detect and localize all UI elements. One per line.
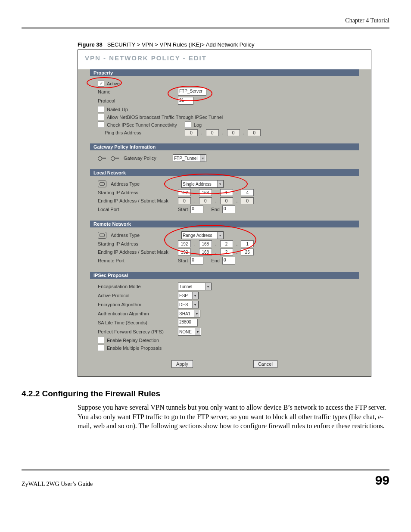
remote-port-start-label: Start: [178, 258, 188, 263]
activeproto-label: Active Protocol: [98, 293, 175, 298]
auth-select[interactable]: SHA1: [178, 310, 200, 317]
netbios-label: Allow NetBIOS broadcast Traffic Through …: [107, 115, 223, 120]
property-section: ✓ Active Name FTP_Server Protocol 21 Nai…: [90, 76, 359, 141]
log-label: Log: [194, 122, 202, 128]
remote-start-label: Starting IP Address: [98, 241, 175, 246]
local-end-ip-1[interactable]: 0: [178, 197, 191, 204]
remote-end-ip-2[interactable]: 168: [199, 249, 212, 255]
figure-label: Figure 38: [78, 41, 103, 48]
local-addrtype-select[interactable]: Single Address: [181, 180, 224, 188]
local-start-ip-2[interactable]: 168: [199, 189, 212, 196]
activeproto-select[interactable]: ESP: [178, 292, 199, 299]
page-footer: ZyWALL 2WG User’s Guide 99: [22, 470, 389, 488]
network-icon: [98, 232, 106, 239]
netbios-checkbox[interactable]: [98, 114, 104, 120]
remote-addrtype-label: Address Type: [111, 233, 179, 238]
remote-port-start-input[interactable]: 0: [190, 257, 203, 264]
pfs-label: Perfect Forward Secrecy (PFS): [98, 329, 175, 334]
log-checkbox[interactable]: [185, 121, 191, 128]
footer-page-number: 99: [375, 473, 389, 488]
remote-start-ip-1[interactable]: 192: [178, 240, 191, 247]
remote-start-ip-4[interactable]: 1: [241, 240, 254, 247]
protocol-label: Protocol: [98, 98, 175, 103]
auth-label: Authentication Algorithm: [98, 311, 175, 316]
remote-port-label: Remote Port: [98, 258, 175, 263]
cancel-button[interactable]: Cancel: [253, 360, 277, 368]
multi-checkbox[interactable]: [98, 345, 104, 351]
section-heading: 4.2.2 Configuring the Firewall Rules: [22, 389, 389, 398]
local-end-ip-4[interactable]: 0: [241, 197, 254, 204]
local-port-start-label: Start: [178, 207, 188, 212]
local-end-ip-2[interactable]: 0: [199, 197, 212, 204]
figure-caption: Figure 38 SECURITY > VPN > VPN Rules (IK…: [22, 41, 389, 48]
local-port-label: Local Port: [98, 207, 175, 212]
vpn-policy-screenshot: VPN - NETWORK POLICY - EDIT Property ✓ A…: [78, 50, 371, 377]
network-icon: [98, 180, 106, 187]
replay-checkbox[interactable]: [98, 337, 104, 343]
button-row: Apply Cancel: [90, 356, 359, 370]
name-label: Name: [98, 89, 175, 94]
remote-start-ip-3[interactable]: 2: [220, 240, 233, 247]
remote-addrtype-select[interactable]: Range Address: [181, 231, 224, 239]
apply-button[interactable]: Apply: [171, 360, 193, 368]
remote-section: Address Type Range Address Starting IP A…: [90, 227, 359, 269]
checkconn-label: Check IPSec Tunnel Connectivity: [107, 122, 177, 128]
name-input[interactable]: FTP_Server: [178, 88, 206, 96]
local-port-end-input[interactable]: 0: [222, 205, 235, 213]
header-rule: [22, 28, 389, 28]
ping-ip-3[interactable]: 0: [227, 129, 240, 136]
remote-end-label: Ending IP Address / Subnet Mask: [98, 249, 175, 255]
dialog-title: VPN - NETWORK POLICY - EDIT: [78, 50, 371, 67]
local-start-ip-3[interactable]: 1: [220, 189, 233, 196]
remote-start-ip-2[interactable]: 168: [199, 240, 212, 247]
remote-end-ip-1[interactable]: 192: [178, 249, 191, 255]
local-port-end-label: End: [211, 207, 220, 212]
key-icon: [111, 155, 120, 161]
gateway-section: Gateway Policy FTP_Tunnel: [90, 150, 359, 167]
section-paragraph: Suppose you have several VPN tunnels but…: [22, 403, 389, 431]
nailed-label: Nailed-Up: [107, 107, 128, 112]
ping-ip-4[interactable]: 0: [248, 129, 261, 136]
local-start-label: Starting IP Address: [98, 190, 175, 195]
ipsec-section: Encapsulation ModeTunnel Active Protocol…: [90, 279, 359, 356]
remote-port-end-label: End: [211, 258, 220, 263]
local-addrtype-label: Address Type: [111, 181, 179, 187]
remote-end-ip-3[interactable]: 2: [220, 249, 233, 255]
gateway-label: Gateway Policy: [124, 156, 170, 161]
nailed-checkbox[interactable]: [98, 106, 104, 112]
active-label: Active: [107, 81, 120, 86]
ping-label: Ping this Address: [98, 130, 182, 135]
encr-select[interactable]: DES: [178, 301, 199, 308]
section-bar-local: Local Network: [90, 169, 359, 176]
protocol-input[interactable]: 21: [178, 97, 193, 105]
ping-ip-2[interactable]: 0: [206, 129, 219, 136]
local-start-ip-1[interactable]: 192: [178, 189, 191, 196]
local-port-start-input[interactable]: 0: [190, 205, 203, 213]
salife-input[interactable]: 28800: [178, 319, 198, 327]
local-end-label: Ending IP Address / Subnet Mask: [98, 198, 175, 203]
remote-port-end-input[interactable]: 0: [222, 257, 235, 264]
checkconn-checkbox[interactable]: [98, 121, 104, 128]
local-start-ip-4[interactable]: 4: [241, 189, 254, 196]
gateway-select[interactable]: FTP_Tunnel: [173, 154, 206, 162]
footer-guide: ZyWALL 2WG User’s Guide: [22, 481, 93, 488]
section-bar-remote: Remote Network: [90, 221, 359, 227]
encr-label: Encryption Algorithm: [98, 302, 175, 307]
encap-select[interactable]: Tunnel: [178, 283, 212, 290]
section-bar-property: Property: [90, 69, 359, 76]
page-header: Chapter 4 Tutorial: [22, 17, 389, 24]
remote-end-ip-4[interactable]: 25: [241, 249, 254, 255]
key-icon: [98, 155, 107, 161]
local-end-ip-3[interactable]: 0: [220, 197, 233, 204]
figure-caption-text: SECURITY > VPN > VPN Rules (IKE)> Add Ne…: [107, 41, 255, 48]
local-section: Address Type Single Address Starting IP …: [90, 176, 359, 218]
section-bar-ipsec: IPSec Proposal: [90, 272, 359, 279]
multi-label: Enable Multiple Proposals: [107, 345, 162, 351]
replay-label: Enable Replay Detection: [107, 338, 159, 343]
section-bar-gateway: Gateway Policy Information: [90, 143, 359, 150]
pfs-select[interactable]: NONE: [178, 328, 201, 336]
salife-label: SA Life Time (Seconds): [98, 320, 175, 325]
active-checkbox[interactable]: ✓: [98, 80, 104, 87]
ping-ip-1[interactable]: 0: [185, 129, 198, 136]
encap-label: Encapsulation Mode: [98, 284, 175, 289]
